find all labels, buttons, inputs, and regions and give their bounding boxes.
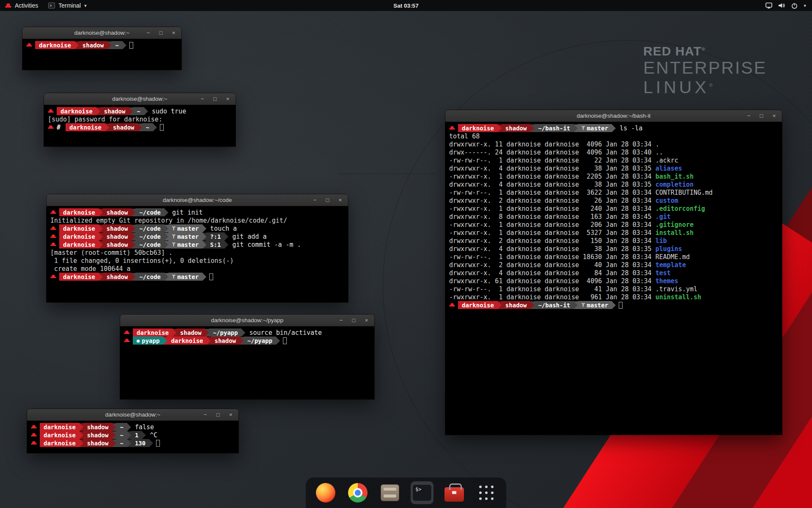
powerline-separator [153, 124, 157, 131]
close-button[interactable]: × [228, 411, 234, 418]
ls-output-line: drwxrwxr-x. 4 darknoise darknoise 84 Jan… [449, 269, 778, 277]
ls-output-line: drwxrwxr-x. 2 darknoise darknoise 40 Jan… [449, 261, 778, 269]
prompt-segment-path: ~ [116, 423, 127, 431]
powerline-separator [99, 233, 103, 240]
window-titlebar[interactable]: darknoise@shadow:~/pyapp − □ × [120, 315, 374, 326]
window-title: darknoise@shadow:~ [112, 96, 167, 102]
prompt-segment-path: ~/code [135, 208, 165, 216]
prompt-segment-user: darknoise [59, 232, 99, 240]
window-title: darknoise@shadow:~/code [163, 197, 232, 203]
powerline-separator [132, 209, 135, 216]
terminal-line: # darknoiseshadow~ [48, 123, 232, 131]
terminal-window-home-1[interactable]: darknoise@shadow:~ − □ × darknoiseshadow… [22, 27, 181, 70]
app-menu-terminal[interactable]: > Terminal ▾ [43, 0, 91, 11]
prompt-segment-host: shadow [176, 329, 206, 337]
redhat-prompt-icon [48, 109, 54, 113]
window-titlebar[interactable]: darknoise@shadow:~/code − □ × [47, 194, 348, 206]
prompt-segment-host: shadow [211, 337, 240, 345]
maximize-button[interactable]: □ [351, 317, 357, 323]
file-name: lib [656, 237, 667, 245]
prompt-segment-path: ~/pyapp [244, 337, 276, 345]
prompt-segment-git: ϒmaster [168, 232, 203, 240]
window-titlebar[interactable]: darknoise@shadow:~ − □ × [27, 409, 239, 421]
powerline-separator [149, 439, 153, 447]
redhat-prompt-icon [31, 441, 37, 445]
close-button[interactable]: × [337, 197, 343, 203]
registered-mark: ® [709, 83, 716, 88]
terminal-content[interactable]: darknoiseshadow~/bash-itϒmaster ls -lato… [445, 122, 782, 311]
close-button[interactable]: × [363, 317, 370, 323]
terminal-window-false[interactable]: darknoise@shadow:~ − □ × darknoiseshadow… [27, 409, 239, 453]
terminal-output-line: [sudo] password for darknoise: [48, 115, 232, 123]
minimize-button[interactable]: − [145, 30, 151, 36]
dock-item-terminal[interactable]: $> [411, 481, 433, 504]
dock-item-toolbox[interactable] [443, 481, 466, 504]
system-status-area[interactable]: ▾ [760, 0, 812, 11]
file-name: .git [656, 213, 671, 221]
prompt-segment-path: ~/pyapp [209, 329, 241, 337]
terminal-window-code[interactable]: darknoise@shadow:~/code − □ × darknoises… [47, 194, 348, 302]
window-titlebar[interactable]: darknoise@shadow:~/bash-it − □ × [445, 110, 782, 122]
dock-item-chrome[interactable] [346, 481, 369, 504]
command-text: git init [168, 209, 203, 216]
terminal-content[interactable]: darknoiseshadow~ sudo true[sudo] passwor… [44, 105, 236, 133]
minimize-button[interactable]: − [746, 113, 752, 119]
powerline-separator [112, 439, 116, 447]
close-button[interactable]: × [225, 96, 231, 102]
minimize-button[interactable]: − [199, 96, 206, 102]
clock[interactable]: Sat 03:57 [393, 3, 418, 9]
powerline-separator [241, 329, 245, 337]
terminal-icon: $> [412, 484, 432, 501]
prompt-segment-user: darknoise [40, 423, 80, 431]
prompt-segment-user: darknoise [59, 240, 99, 248]
command-text: git commit -a -m . [228, 241, 301, 248]
file-name: template [656, 261, 686, 269]
powerline-separator [132, 241, 135, 248]
close-button[interactable]: × [771, 113, 777, 119]
activities-button[interactable]: Activities [0, 0, 43, 11]
maximize-button[interactable]: □ [212, 96, 218, 102]
dock-item-firefox[interactable] [314, 481, 337, 504]
prompt-segment-stat: S:1 [206, 240, 225, 248]
dock-item-files[interactable] [379, 481, 401, 504]
window-title: darknoise@shadow:~/pyapp [211, 317, 283, 323]
terminal-content[interactable]: darknoiseshadow~/pyapp source bin/activa… [120, 326, 374, 347]
terminal-icon: > [48, 3, 55, 8]
window-titlebar[interactable]: darknoise@shadow:~ − □ × [22, 27, 181, 39]
toolbox-icon [444, 487, 464, 502]
minimize-button[interactable]: − [312, 197, 318, 203]
maximize-button[interactable]: □ [158, 30, 164, 36]
terminal-window-bashit[interactable]: darknoise@shadow:~/bash-it − □ × darknoi… [445, 110, 782, 435]
powerline-separator [205, 329, 209, 337]
close-button[interactable]: × [170, 30, 177, 36]
terminal-window-sudo[interactable]: darknoise@shadow:~ − □ × darknoiseshadow… [44, 93, 236, 146]
terminal-content[interactable]: darknoiseshadow~ [22, 39, 181, 51]
powerline-separator [99, 241, 103, 248]
powerline-separator [165, 273, 168, 281]
command-text: false [131, 423, 154, 431]
prompt-segment-user: darknoise [59, 273, 99, 281]
terminal-output-line: create mode 100644 a [50, 265, 344, 273]
window-titlebar[interactable]: darknoise@shadow:~ − □ × [44, 93, 236, 105]
powerline-separator [165, 209, 168, 216]
maximize-button[interactable]: □ [215, 411, 221, 418]
terminal-content[interactable]: darknoiseshadow~ falsedarknoiseshadow~1 … [27, 421, 239, 449]
terminal-content[interactable]: darknoiseshadow~/code git initInitialize… [47, 206, 348, 283]
ls-output-line: -rw-rw-r--. 1 darknoise darknoise 3622 J… [449, 188, 778, 196]
powerline-separator [99, 209, 103, 216]
git-branch-icon: ϒ [172, 242, 175, 248]
activities-label: Activities [15, 2, 38, 9]
file-name: .travis.yml [656, 285, 697, 293]
minimize-button[interactable]: − [338, 317, 344, 323]
redhat-prompt-icon [50, 243, 56, 247]
ls-output-line: drwxrwxr-x. 11 darknoise darknoise 4096 … [449, 140, 778, 148]
wallpaper-line [338, 174, 436, 174]
minimize-button[interactable]: − [202, 411, 208, 418]
terminal-line: darknoiseshadow~/codeϒmaster [50, 273, 344, 281]
dock-item-app-grid[interactable] [475, 481, 498, 504]
maximize-button[interactable]: □ [758, 113, 765, 119]
terminal-window-pyapp[interactable]: darknoise@shadow:~/pyapp − □ × darknoise… [120, 315, 374, 399]
powerline-separator [165, 233, 168, 240]
prompt-segment-user: darknoise [57, 107, 96, 115]
maximize-button[interactable]: □ [324, 197, 331, 203]
